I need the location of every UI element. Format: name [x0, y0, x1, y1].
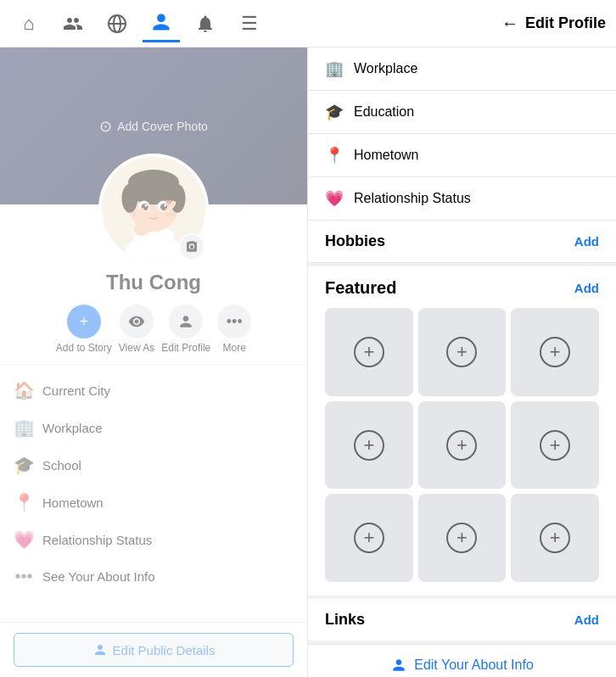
school-icon: 🎓 — [14, 455, 34, 475]
detail-city-label: Current City — [42, 383, 110, 398]
detail-hometown[interactable]: 📍 Hometown — [14, 484, 294, 521]
more-label: More — [223, 342, 246, 354]
right-relationship-item[interactable]: 💗 Relationship Status — [308, 177, 616, 221]
nav-icons-left: ⌂ ☰ — [10, 5, 308, 42]
camera-icon: ⊙ — [99, 117, 112, 136]
right-relationship-label: Relationship Status — [354, 191, 471, 206]
featured-cell-1[interactable]: + — [325, 308, 413, 396]
featured-cell-4[interactable]: + — [325, 401, 413, 490]
hometown-icon: 📍 — [14, 492, 34, 512]
featured-section: Featured Add + + + + + — [308, 266, 616, 596]
links-title: Links — [325, 611, 365, 629]
right-workplace-icon: 🏢 — [325, 59, 344, 78]
profile-name: Thu Cong — [106, 271, 201, 294]
add-cover-label: Add Cover Photo — [117, 120, 208, 133]
right-workplace-left: 🏢 Workplace — [325, 59, 417, 78]
links-add-link[interactable]: Add — [574, 613, 599, 627]
left-panel: ⊙ Add Cover Photo — [0, 48, 308, 677]
add-to-story-icon: + — [67, 305, 101, 338]
edit-public-details-label: Edit Public Details — [113, 643, 216, 657]
workplace-icon: 🏢 — [14, 417, 34, 438]
svg-point-10 — [121, 184, 137, 213]
right-relationship-left: 💗 Relationship Status — [325, 189, 471, 208]
links-section: Links Add — [308, 599, 616, 641]
svg-point-16 — [145, 204, 148, 207]
nav-groups-icon[interactable] — [98, 5, 136, 42]
edit-public-details-button[interactable]: Edit Public Details — [14, 633, 294, 667]
edit-profile-icon — [169, 305, 203, 338]
about-icon: ••• — [14, 567, 34, 586]
detail-relationship-label: Relationship Status — [42, 533, 152, 547]
detail-relationship[interactable]: 💗 Relationship Status — [14, 521, 294, 558]
view-as-button[interactable]: View As — [119, 305, 154, 354]
edit-about-info-button[interactable]: Edit Your About Info — [308, 644, 616, 677]
add-to-story-button[interactable]: + Add to Story — [56, 305, 112, 354]
detail-see-about[interactable]: ••• See Your About Info — [14, 558, 294, 595]
nav-menu-icon[interactable]: ☰ — [231, 5, 268, 42]
hobbies-add-link[interactable]: Add — [574, 234, 599, 249]
hobbies-section: Hobbies Add — [308, 221, 616, 263]
nav-profile-icon[interactable] — [143, 5, 180, 42]
detail-school[interactable]: 🎓 School — [14, 446, 294, 484]
back-arrow-icon[interactable]: ← — [501, 14, 518, 33]
nav-friends-icon[interactable] — [54, 5, 92, 42]
right-hometown-label: Hometown — [354, 148, 418, 163]
svg-point-17 — [164, 204, 166, 207]
edit-about-label: Edit Your About Info — [414, 657, 534, 673]
detail-current-city[interactable]: 🏠 Current City — [14, 372, 294, 409]
right-hometown-left: 📍 Hometown — [325, 146, 418, 165]
right-panel: 🏢 Workplace 🎓 Education 📍 Hometown 💗 Rel… — [308, 48, 616, 677]
featured-cell-2[interactable]: + — [418, 308, 507, 396]
nav-home-icon[interactable]: ⌂ — [10, 5, 48, 42]
featured-cell-3[interactable]: + — [511, 308, 599, 396]
avatar-camera-badge[interactable] — [178, 233, 205, 260]
featured-cell-6[interactable]: + — [511, 401, 599, 490]
right-workplace-item[interactable]: 🏢 Workplace — [308, 48, 616, 91]
right-hometown-icon: 📍 — [325, 146, 344, 165]
relationship-icon: 💗 — [14, 529, 34, 550]
featured-add-icon-3: + — [540, 337, 570, 367]
detail-see-about-label: See Your About Info — [42, 569, 155, 584]
detail-workplace[interactable]: 🏢 Workplace — [14, 409, 294, 446]
avatar-wrapper — [98, 154, 209, 264]
action-buttons: + Add to Story View As Edit Profile — [0, 294, 307, 364]
featured-cell-8[interactable]: + — [418, 494, 507, 582]
right-education-left: 🎓 Education — [325, 103, 414, 121]
detail-hometown-label: Hometown — [42, 495, 104, 510]
add-to-story-label: Add to Story — [56, 342, 112, 354]
view-as-icon — [120, 305, 154, 338]
city-icon: 🏠 — [14, 380, 34, 400]
featured-header: Featured Add — [325, 278, 599, 298]
detail-school-label: School — [42, 458, 81, 473]
featured-title: Featured — [325, 278, 396, 298]
featured-add-link[interactable]: Add — [574, 281, 599, 295]
featured-add-icon-8: + — [446, 523, 477, 553]
featured-cell-9[interactable]: + — [511, 494, 599, 582]
profile-details: 🏠 Current City 🏢 Workplace 🎓 School 📍 Ho… — [0, 364, 307, 601]
featured-add-icon-7: + — [354, 523, 384, 553]
hobbies-title: Hobbies — [325, 232, 385, 250]
featured-cell-7[interactable]: + — [325, 494, 413, 582]
edit-profile-label: Edit Profile — [161, 342, 210, 354]
right-relationship-icon: 💗 — [325, 189, 344, 208]
edit-profile-title: Edit Profile — [525, 14, 606, 32]
featured-add-icon-2: + — [446, 337, 477, 367]
right-education-item[interactable]: 🎓 Education — [308, 91, 616, 134]
featured-cell-5[interactable]: + — [418, 401, 507, 490]
edit-public-details-wrapper: Edit Public Details — [0, 622, 307, 677]
right-hometown-item[interactable]: 📍 Hometown — [308, 134, 616, 177]
edit-about-icon — [390, 657, 407, 674]
more-button[interactable]: ••• More — [217, 305, 251, 354]
right-education-label: Education — [354, 104, 414, 120]
edit-profile-button[interactable]: Edit Profile — [161, 305, 210, 354]
more-icon: ••• — [217, 305, 251, 338]
right-education-icon: 🎓 — [325, 103, 344, 121]
add-cover-button[interactable]: ⊙ Add Cover Photo — [99, 117, 208, 136]
svg-point-20 — [134, 223, 150, 236]
edit-profile-header: ← Edit Profile — [308, 14, 606, 33]
featured-add-icon-9: + — [540, 523, 570, 553]
main-layout: ⊙ Add Cover Photo — [0, 48, 616, 677]
featured-add-icon-6: + — [540, 430, 570, 461]
nav-bell-icon[interactable] — [187, 5, 224, 42]
featured-add-icon-1: + — [354, 337, 384, 367]
